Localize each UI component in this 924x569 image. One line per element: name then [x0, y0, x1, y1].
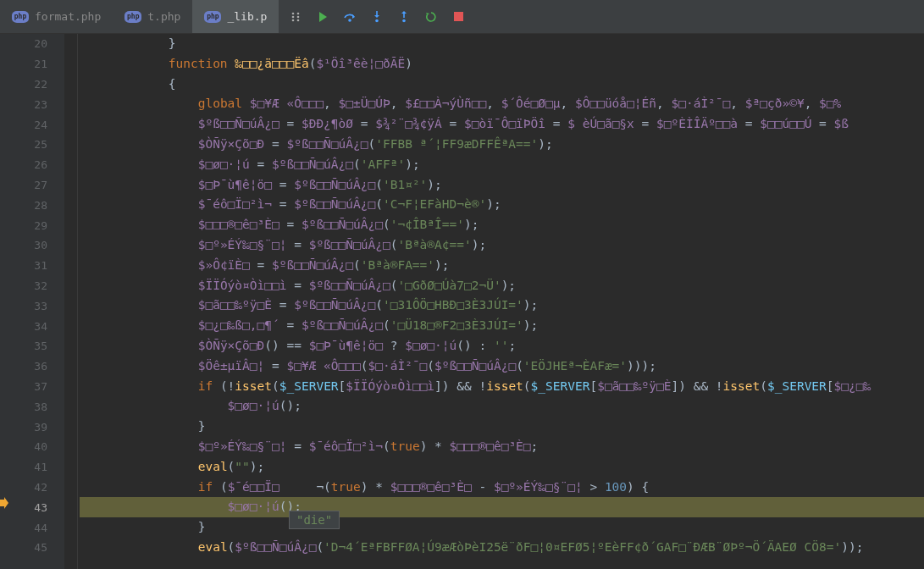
step-over-icon[interactable]: [338, 5, 362, 29]
gutter-line[interactable]: 21: [0, 54, 64, 75]
tab-t-php[interactable]: phpt.php: [113, 0, 192, 33]
gutter-line[interactable]: 28: [0, 195, 64, 215]
code-line[interactable]: $□ø□·¦ú = $ºß□□Ñ□úÂ¿□('AFFª');: [80, 155, 924, 175]
svg-point-5: [297, 19, 300, 21]
execution-arrow-icon: [0, 497, 8, 509]
tab-label: t.php: [147, 10, 180, 23]
svg-point-4: [292, 19, 295, 21]
gutter-line[interactable]: 23: [0, 94, 64, 114]
code-line[interactable]: }: [80, 34, 924, 54]
gutter-line[interactable]: 42: [0, 478, 64, 498]
gutter-line[interactable]: 25: [0, 135, 64, 155]
code-line[interactable]: function ‰□□¿ä□□□Ëâ($¹Öî³êè¦□ðÃË): [80, 54, 924, 75]
code-area[interactable]: } function ‰□□¿ä□□□Ëâ($¹Öî³êè¦□ðÃË) { gl…: [64, 34, 924, 569]
code-line[interactable]: $¯éô□Ï□²ì¬ = $ºß□□Ñ□úÂ¿□('C¬F¦EFàHD¬è®')…: [80, 195, 924, 215]
code-line[interactable]: $ºß□□Ñ□úÂ¿□ = $ÐÐ¿¶òØ = $¾²¨□¾¢ÿÁ = $□òï…: [80, 114, 924, 135]
svg-point-1: [297, 12, 300, 14]
code-line[interactable]: }: [80, 417, 924, 437]
line-gutter: 2021222324252627282930313233343536373839…: [0, 34, 64, 569]
svg-point-10: [403, 19, 407, 23]
tab-label: format.php: [35, 10, 101, 23]
svg-point-8: [376, 19, 379, 23]
restart-icon[interactable]: [419, 5, 443, 29]
code-line[interactable]: eval($ºß□□Ñ□úÂ¿□('D¬4´EªFBFFØA¦Ú9æÆòÞèI2…: [80, 538, 924, 558]
php-icon: php: [204, 11, 221, 23]
debug-toolbar: [279, 0, 475, 33]
gutter-line[interactable]: 39: [0, 417, 64, 437]
code-line[interactable]: $□º»ÉÝ‰□§¨□¦ = $ºß□□Ñ□úÂ¿□('Bªà®A¢==');: [80, 235, 924, 256]
code-line[interactable]: global $□¥Æ «Ô□□□, $□±Ü□ÚÞ, $£□□À¬ýÙñ□□,…: [80, 94, 924, 114]
svg-point-6: [349, 19, 352, 22]
code-line[interactable]: $»Ô¢ïÈ□ = $ºß□□Ñ□úÂ¿□('Bªà®FA==');: [80, 256, 924, 276]
gutter-line[interactable]: 34: [0, 316, 64, 336]
gutter-line[interactable]: 30: [0, 235, 64, 256]
code-line[interactable]: $□ã□□‰ºÿ□È = $ºß□□Ñ□úÂ¿□('□31ÔÖ□HBÐ□3È3J…: [80, 296, 924, 316]
gutter-line[interactable]: 33: [0, 296, 64, 316]
svg-point-0: [292, 12, 295, 14]
step-into-icon[interactable]: [365, 5, 389, 29]
step-out-icon[interactable]: [392, 5, 416, 29]
code-line[interactable]: $Öê±µïÂ□¦ = $□¥Æ «Ô□□□($□·áÌ²¯□($ºß□□Ñ□ú…: [80, 356, 924, 377]
tab-_lib-p[interactable]: php_lib.p: [192, 0, 279, 33]
code-line[interactable]: if ($¯é□□Ï□ ¬(true) * $□□□®□ê□³È□ - $□º»…: [80, 478, 924, 498]
code-line[interactable]: $□□□®□ê□³È□ = $ºß□□Ñ□úÂ¿□('¬¢ÎBªÎ==');: [80, 215, 924, 235]
gutter-line[interactable]: 29: [0, 215, 64, 235]
gutter-line[interactable]: 37: [0, 377, 64, 397]
editor-tabs: phpformat.phpphpt.phpphp_lib.p: [0, 0, 279, 33]
code-line[interactable]: }: [80, 517, 924, 538]
svg-point-2: [292, 15, 295, 18]
editor-area: 2021222324252627282930313233343536373839…: [0, 34, 924, 569]
gutter-line[interactable]: 20: [0, 34, 64, 54]
php-icon: php: [124, 11, 141, 23]
code-line[interactable]: $ÒÑÿ×Çõ□Ð() == $□Þ¯ù¶ê¦ö□ ? $□ø□·¦ú() : …: [80, 336, 924, 356]
gutter-line[interactable]: 35: [0, 336, 64, 356]
code-line[interactable]: $□ø□·¦ú();: [80, 497, 924, 517]
gutter-line[interactable]: 27: [0, 175, 64, 196]
stop-icon[interactable]: [446, 5, 470, 29]
code-line[interactable]: $ÏÏÓýò¤Òì□□ì = $ºß□□Ñ□úÂ¿□('□GðØ□Úà7□2¬Ü…: [80, 276, 924, 296]
value-tooltip: "die": [289, 511, 340, 529]
gutter-line[interactable]: 40: [0, 437, 64, 457]
gutter-line[interactable]: 41: [0, 457, 64, 478]
svg-rect-11: [454, 12, 463, 21]
gutter-line[interactable]: 32: [0, 276, 64, 296]
svg-point-3: [297, 15, 300, 18]
drag-handle-icon[interactable]: [284, 5, 307, 29]
fold-column: [64, 34, 78, 569]
code-line[interactable]: $□Þ¯ù¶ê¦ö□ = $ºß□□Ñ□úÂ¿□('B1¤²');: [80, 175, 924, 196]
code-line[interactable]: eval("");: [80, 457, 924, 478]
gutter-line[interactable]: 45: [0, 538, 64, 558]
code-line[interactable]: $□º»ÉÝ‰□§¨□¦ = $¯éô□Ï□²ì¬(true) * $□□□®□…: [80, 437, 924, 457]
gutter-line[interactable]: 36: [0, 356, 64, 377]
php-icon: php: [12, 11, 29, 23]
tab-label: _lib.p: [227, 10, 267, 23]
gutter-line[interactable]: 22: [0, 75, 64, 95]
top-bar: phpformat.phpphpt.phpphp_lib.p: [0, 0, 924, 34]
gutter-line[interactable]: 24: [0, 114, 64, 135]
tab-format-php[interactable]: phpformat.php: [0, 0, 113, 33]
code-line[interactable]: $□¿□‰ß□,□¶´ = $ºß□□Ñ□úÂ¿□('□Ü18□®F2□3È3J…: [80, 316, 924, 336]
code-line[interactable]: if (!isset($_SERVER[$ÏÏÓýò¤Òì□□ì]) && !i…: [80, 377, 924, 397]
gutter-line[interactable]: 44: [0, 517, 64, 538]
gutter-line[interactable]: 26: [0, 155, 64, 175]
code-line[interactable]: {: [80, 75, 924, 95]
gutter-line[interactable]: 31: [0, 256, 64, 276]
gutter-line[interactable]: 43: [0, 497, 64, 517]
gutter-line[interactable]: 38: [0, 396, 64, 417]
code-line[interactable]: $ÒÑÿ×Çõ□Ð = $ºß□□Ñ□úÂ¿□('FFBB ª´¦FF9æDFF…: [80, 135, 924, 155]
play-icon[interactable]: [311, 5, 335, 29]
code-line[interactable]: $□ø□·¦ú();: [80, 396, 924, 417]
